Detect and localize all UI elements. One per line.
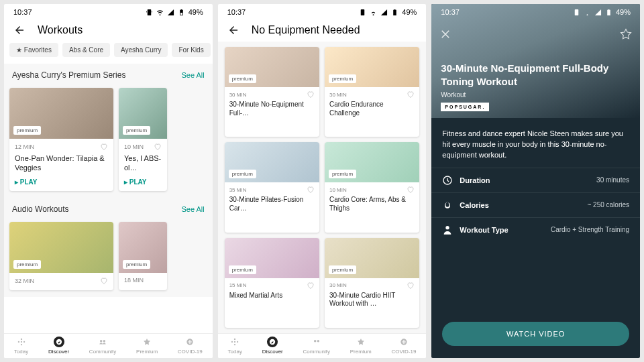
battery-text: 49% [616, 8, 631, 16]
status-icons: 49% [146, 8, 203, 16]
nav-today[interactable]: Today [228, 337, 242, 355]
workout-card[interactable]: premium 18 MIN [119, 222, 167, 290]
nav-discover[interactable]: Discover [48, 337, 69, 355]
play-button[interactable]: ▸ PLAY [124, 178, 162, 186]
cards-grid[interactable]: premium30 MIN30-Minute No-Equipment Full… [218, 42, 427, 333]
svg-point-2 [23, 341, 24, 343]
brand-tag: POPSUGAR. [441, 103, 489, 111]
back-icon[interactable] [227, 24, 239, 36]
star-icon[interactable] [620, 28, 632, 40]
workout-card[interactable]: premium30 MINCardio Endurance Challenge [325, 47, 419, 137]
heart-icon[interactable] [100, 277, 108, 285]
workout-card[interactable]: premium30 MIN30-Minute No-Equipment Full… [225, 47, 319, 137]
chip-favorites[interactable]: ★ Favorites [9, 43, 58, 57]
cards-row[interactable]: premium 12 MIN One-Pan Wonder: Tilapia &… [4, 84, 213, 198]
stat-value: Cardio + Strength Training [551, 226, 629, 233]
premium-tag: premium [229, 265, 256, 274]
card-thumb: premium [225, 238, 319, 278]
page-title: Workouts [38, 24, 83, 36]
nav-covid[interactable]: COVID-19 [392, 337, 417, 355]
fire-icon [442, 200, 453, 210]
workout-card[interactable]: premium15 MINMixed Martial Arts [225, 238, 319, 328]
svg-point-8 [234, 341, 235, 343]
heart-icon[interactable] [407, 186, 415, 194]
card-duration: 10 MIN [329, 187, 347, 193]
vibrate-icon [146, 9, 153, 16]
heart-icon[interactable] [100, 143, 108, 151]
see-all-link[interactable]: See All [181, 205, 204, 213]
card-duration: 10 MIN [124, 143, 144, 150]
back-icon[interactable] [13, 24, 25, 36]
bottom-nav: Today Discover Community Premium COVID-1… [218, 333, 427, 358]
phone-workout-detail: 10:37 49% 30-Minute No-Equipment Full-Bo… [431, 4, 640, 358]
card-title: Yes, I ABS-ol… [124, 154, 162, 173]
workout-card[interactable]: premium10 MINCardio Core: Arms, Abs & Th… [325, 142, 419, 232]
card-thumb: premium [225, 142, 319, 182]
card-duration: 32 MIN [15, 278, 34, 284]
workout-subtitle: Workout [441, 91, 631, 99]
card-thumb: premium [119, 222, 167, 273]
card-thumb: premium [225, 47, 319, 87]
signal-icon [594, 9, 602, 16]
nav-community[interactable]: Community [89, 337, 116, 355]
svg-point-6 [103, 340, 106, 343]
card-duration: 35 MIN [229, 187, 247, 193]
heart-icon[interactable] [307, 90, 315, 99]
chip-for-kids[interactable]: For Kids [172, 43, 210, 57]
card-duration: 12 MIN [15, 143, 34, 150]
workout-card[interactable]: premium30 MIN30-Minute Cardio HIIT Worko… [325, 238, 419, 328]
heart-icon[interactable] [154, 143, 162, 151]
card-title: 30-Minute No-Equipment Full-… [229, 101, 315, 117]
nav-today[interactable]: Today [14, 337, 28, 355]
card-title: One-Pan Wonder: Tilapia & Veggies [15, 154, 108, 173]
heart-icon[interactable] [407, 90, 415, 99]
stat-value: 30 minutes [596, 176, 629, 184]
premium-tag: premium [13, 126, 41, 135]
heart-icon[interactable] [307, 186, 315, 194]
workout-card[interactable]: premium 32 MIN [9, 222, 113, 290]
workout-card[interactable]: premium 12 MIN One-Pan Wonder: Tilapia &… [9, 88, 113, 191]
status-icons: 49% [359, 8, 417, 16]
stat-label: Calories [460, 201, 580, 209]
nav-premium[interactable]: Premium [136, 337, 158, 355]
card-duration: 30 MIN [229, 92, 247, 98]
watch-video-button[interactable]: WATCH VIDEO [442, 322, 629, 346]
nav-community[interactable]: Community [303, 337, 330, 355]
nav-covid[interactable]: COVID-19 [178, 337, 203, 355]
stat-label: Duration [460, 176, 590, 184]
hero: 30-Minute No-Equipment Full-Body Toning … [431, 4, 640, 118]
stat-value: ~ 250 calories [587, 201, 629, 208]
workout-card[interactable]: premium35 MIN30-Minute Pilates-Fusion Ca… [225, 142, 319, 232]
vibrate-icon [573, 9, 580, 16]
section-header: Audio Workouts See All [4, 198, 213, 218]
nav-discover[interactable]: Discover [262, 337, 283, 355]
card-thumb: premium [325, 142, 419, 182]
signal-icon [380, 9, 388, 16]
header: Workouts [4, 17, 213, 42]
status-time: 10:37 [227, 8, 246, 16]
nav-premium[interactable]: Premium [350, 337, 372, 355]
card-title: 30-Minute Pilates-Fusion Car… [229, 196, 315, 213]
heart-icon[interactable] [407, 282, 415, 290]
svg-point-12 [234, 344, 235, 345]
premium-tag: premium [329, 170, 356, 178]
card-title: 30-Minute Cardio HIIT Workout with … [329, 292, 415, 308]
premium-tag: premium [229, 74, 256, 83]
card-duration: 18 MIN [124, 277, 144, 284]
play-button[interactable]: ▸ PLAY [15, 178, 108, 186]
svg-point-9 [231, 341, 233, 343]
status-time: 10:37 [441, 8, 460, 16]
see-all-link[interactable]: See All [181, 71, 204, 79]
premium-tag: premium [123, 260, 150, 269]
svg-point-13 [314, 340, 317, 343]
close-icon[interactable] [439, 28, 451, 40]
premium-tag: premium [329, 74, 356, 83]
heart-icon[interactable] [307, 282, 315, 290]
svg-point-14 [317, 340, 319, 343]
chip-abs-core[interactable]: Abs & Core [62, 43, 110, 57]
chip-ayesha[interactable]: Ayesha Curry [114, 43, 168, 57]
workout-card[interactable]: premium 10 MIN Yes, I ABS-ol… ▸ PLAY [119, 88, 167, 191]
cards-row[interactable]: premium 32 MIN premium 18 MIN [4, 218, 213, 297]
wifi-icon [370, 9, 377, 16]
stat-calories: Calories ~ 250 calories [431, 192, 640, 217]
